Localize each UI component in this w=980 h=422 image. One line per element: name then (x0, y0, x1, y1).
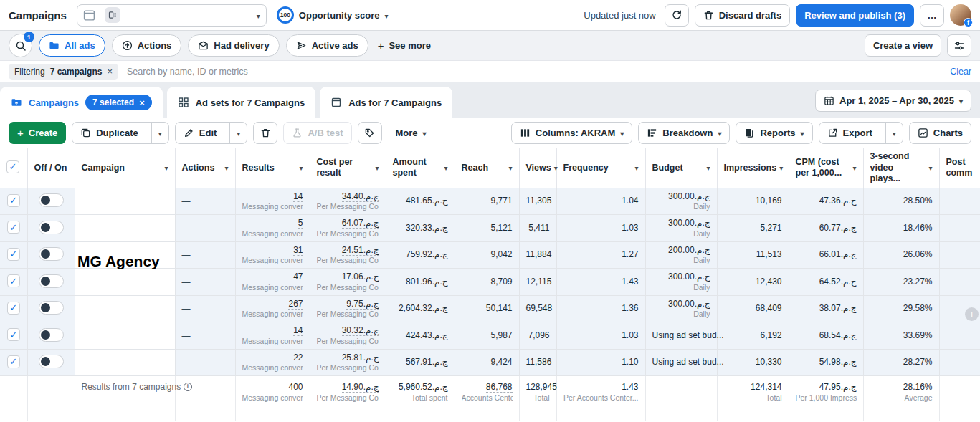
currency-label: ج.م. (695, 218, 710, 228)
columns-button[interactable]: Columns: AKRAM (511, 122, 632, 144)
campaign-name-cell[interactable] (75, 349, 175, 376)
edit-button[interactable]: Edit (175, 122, 248, 144)
sort-chevron-icon[interactable] (554, 163, 558, 173)
avatar[interactable]: f (950, 4, 971, 26)
refresh-icon (671, 9, 682, 21)
row-checkbox[interactable] (7, 248, 20, 261)
duplicate-button[interactable]: Duplicate (72, 122, 169, 144)
campaign-toggle[interactable] (39, 247, 64, 261)
sort-chevron-icon[interactable] (164, 163, 168, 173)
campaign-toggle[interactable] (39, 274, 64, 288)
calendar-icon (824, 95, 834, 106)
video-plays-cell: 33.69% (863, 322, 939, 350)
more-menu-button[interactable]: More (388, 122, 434, 144)
tag-button[interactable] (358, 122, 382, 144)
sort-chevron-icon[interactable] (299, 163, 303, 173)
sort-chevron-icon[interactable] (928, 163, 932, 173)
sort-chevron-icon[interactable] (375, 163, 379, 173)
sort-chevron-icon[interactable] (706, 163, 710, 173)
close-icon[interactable] (139, 97, 145, 108)
chevron-down-icon (423, 128, 427, 138)
selected-count-badge[interactable]: 7 selected (85, 95, 152, 110)
row-checkbox[interactable] (7, 328, 20, 341)
folder-icon (11, 97, 22, 108)
opportunity-score-dropdown[interactable]: 100 Opportunity score (277, 6, 389, 24)
campaign-toggle[interactable] (39, 193, 64, 207)
search-filter-button[interactable]: 1 (9, 34, 32, 57)
campaign-toggle[interactable] (39, 221, 64, 234)
currency-label: ج.م. (363, 191, 379, 201)
search-input[interactable]: Search by name, ID or metrics (127, 67, 941, 77)
campaign-name-cell[interactable] (75, 188, 175, 215)
campaign-name-cell[interactable] (75, 215, 175, 242)
date-range-button[interactable]: Apr 1, 2025 – Apr 30, 2025 (815, 90, 971, 112)
refresh-button[interactable] (665, 4, 689, 27)
sort-chevron-icon[interactable] (224, 163, 228, 173)
currency-label: ج.م. (363, 325, 379, 335)
impressions-cell: 11,513 (717, 241, 789, 269)
amount-spent-cell: 2,604.32ج.م. (386, 295, 455, 322)
sort-chevron-icon[interactable] (779, 163, 783, 173)
export-dropdown[interactable] (885, 123, 903, 143)
add-column-button[interactable] (965, 307, 979, 321)
clear-link[interactable]: Clear (950, 67, 971, 77)
arrow-up-circle-icon (122, 40, 133, 51)
campaign-toggle[interactable] (39, 301, 64, 315)
amount-spent-cell: 567.91ج.م. (386, 349, 455, 376)
see-more-button[interactable]: See more (378, 39, 431, 52)
reports-button[interactable]: Reports (736, 122, 812, 144)
sort-chevron-icon[interactable] (852, 163, 856, 173)
actions-cell: — (175, 349, 235, 376)
row-checkbox[interactable] (7, 274, 20, 287)
table-row: —22Messaging convers...25.81ج.م.Per Mess… (0, 349, 980, 376)
cost-per-result-cell: 25.81ج.م.Per Messaging Con... (310, 349, 386, 376)
sort-chevron-icon[interactable] (508, 163, 512, 173)
ab-test-button[interactable]: A/B test (283, 122, 351, 144)
cpm-cell: 64.52ج.م. (789, 269, 863, 296)
create-button[interactable]: Create (9, 122, 66, 144)
tab-ad-sets[interactable]: Ad sets for 7 Campaigns (167, 87, 315, 118)
campaign-name-cell[interactable] (75, 269, 175, 296)
edit-dropdown[interactable] (229, 123, 247, 143)
filter-pill-actions[interactable]: Actions (112, 34, 182, 57)
more-options-button[interactable]: … (920, 4, 944, 27)
filter-pill-active-ads[interactable]: Active ads (286, 34, 368, 57)
chevron-down-icon (893, 128, 896, 138)
row-checkbox[interactable] (7, 194, 20, 207)
row-checkbox[interactable] (7, 302, 20, 315)
video-plays-cell: 29.58% (863, 295, 939, 322)
actions-cell: — (175, 215, 235, 242)
filter-pill-all-ads[interactable]: All ads (39, 34, 105, 57)
campaign-name-cell[interactable] (75, 295, 175, 322)
video-plays-cell: 28.50% (863, 188, 939, 215)
charts-button[interactable]: Charts (909, 122, 971, 144)
tab-campaigns[interactable]: Campaigns 7 selected (0, 87, 163, 118)
close-icon[interactable] (107, 66, 113, 77)
delete-button[interactable] (253, 122, 277, 144)
create-a-view-button[interactable]: Create a view (865, 34, 941, 57)
select-all-checkbox[interactable] (6, 160, 19, 173)
campaign-toggle[interactable] (39, 355, 64, 368)
review-and-publish-button[interactable]: Review and publish (3) (796, 4, 914, 27)
cost-per-result-cell: 30.32ج.م.Per Messaging Con... (310, 322, 386, 350)
filter-settings-button[interactable] (947, 34, 971, 57)
sort-chevron-icon[interactable] (444, 163, 447, 173)
export-button[interactable]: Export (819, 122, 903, 144)
ad-account-icon (105, 7, 120, 23)
campaign-toggle[interactable] (39, 328, 64, 342)
campaign-name-cell[interactable] (75, 322, 175, 350)
breakdown-button[interactable]: Breakdown (638, 122, 730, 144)
table-row: —47Messaging convers...17.06ج.م.Per Mess… (0, 269, 980, 296)
filtering-chip[interactable]: Filtering 7 campaigns (9, 64, 118, 80)
discard-drafts-button[interactable]: Discard drafts (695, 4, 790, 27)
currency-label: ج.م. (363, 245, 379, 255)
tab-ads[interactable]: Ads for 7 Campaigns (320, 87, 452, 118)
currency-label: ج.م. (841, 196, 857, 206)
campaign-selector-dropdown[interactable] (77, 4, 267, 27)
row-checkbox[interactable] (7, 355, 20, 368)
filter-pill-had-delivery[interactable]: Had delivery (188, 34, 279, 57)
row-checkbox[interactable] (7, 221, 20, 234)
budget-cell: Using ad set bud... (645, 349, 717, 376)
sort-chevron-icon[interactable] (634, 163, 638, 173)
duplicate-dropdown[interactable] (151, 123, 168, 143)
